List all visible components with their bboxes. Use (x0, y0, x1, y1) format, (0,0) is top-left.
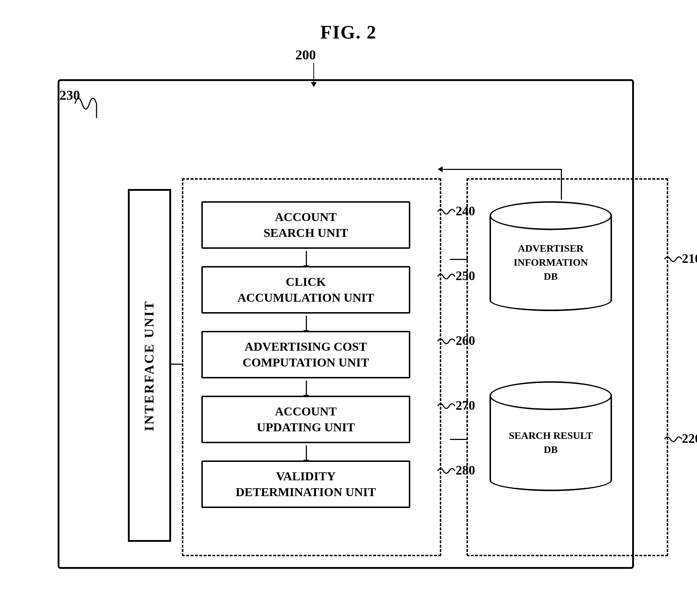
db-210-connector (450, 259, 468, 260)
conn-4 (306, 445, 307, 460)
advertiser-db-container: ADVERTISERINFORMATIONDB (490, 201, 612, 324)
account-updating-label: ACCOUNTUPDATING UNIT (257, 404, 355, 435)
advertiser-db: ADVERTISERINFORMATIONDB (490, 201, 612, 324)
validity-determination-label: VALIDITYDETERMINATION UNIT (236, 468, 376, 500)
advertiser-db-label: ADVERTISERINFORMATIONDB (514, 241, 588, 284)
label-200: 200 (295, 47, 316, 63)
account-search-label: ACCOUNTSEARCH UNIT (263, 209, 348, 241)
dashed-left-box: ACCOUNTSEARCH UNIT CLICKACCUMULATION UNI… (182, 178, 441, 556)
top-left-arrow (438, 166, 443, 172)
advertising-cost-label: ADVERTISING COSTCOMPUTATION UNIT (242, 339, 369, 370)
cyl-top-220 (490, 381, 612, 410)
top-horiz-line (443, 169, 562, 170)
interface-label: INTERFACE UNIT (142, 300, 157, 431)
click-accumulation-label: CLICKACCUMULATION UNIT (237, 274, 374, 306)
page-title: FIG. 2 (0, 0, 697, 43)
search-result-db-container: SEARCH RESULTDB (490, 381, 612, 504)
validity-determination-unit: VALIDITYDETERMINATION UNIT (201, 460, 410, 508)
click-accumulation-unit: CLICKACCUMULATION UNIT (201, 266, 410, 314)
advertising-cost-unit: ADVERTISING COSTCOMPUTATION UNIT (201, 331, 410, 378)
num-220: 220 (682, 431, 697, 446)
db-220-connector (450, 439, 468, 440)
h-connector (170, 364, 182, 365)
conn-1 (306, 251, 307, 266)
search-result-db: SEARCH RESULTDB (490, 381, 612, 504)
num-210: 210 (682, 251, 697, 266)
search-result-db-label: SEARCH RESULTDB (509, 428, 593, 457)
conn-3 (306, 381, 307, 396)
dashed-right-box: ADVERTISERINFORMATIONDB SEARCH RESULTDB (466, 178, 668, 556)
account-updating-unit: ACCOUNTUPDATING UNIT (201, 396, 410, 443)
interface-box: INTERFACE UNIT (128, 189, 171, 542)
main-outer-box: INTERFACE UNIT ACCOUNTSEARCH UNIT CLICKA… (58, 79, 634, 569)
conn-2 (306, 316, 307, 331)
account-search-unit: ACCOUNTSEARCH UNIT (201, 201, 410, 249)
cyl-top-210 (490, 201, 612, 230)
